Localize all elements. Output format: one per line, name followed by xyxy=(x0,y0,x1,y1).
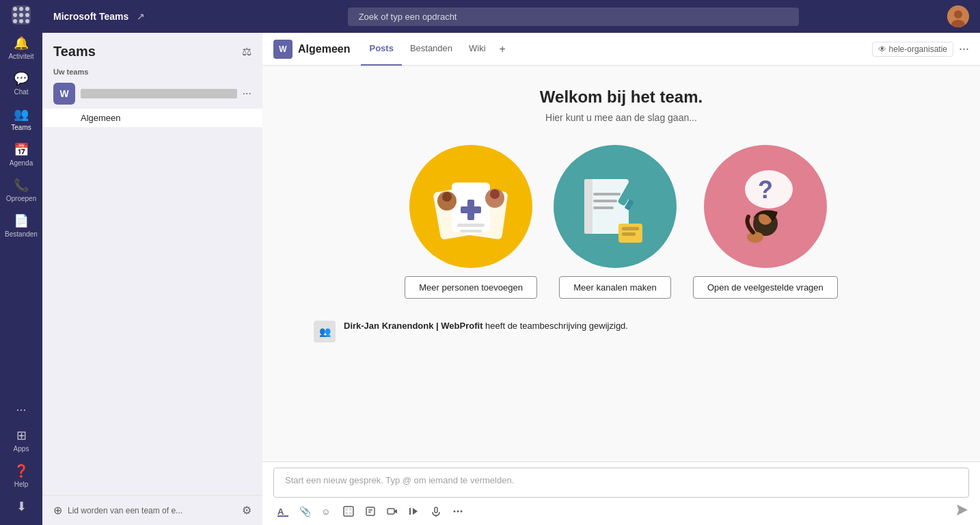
format-tool[interactable]: A xyxy=(273,502,292,521)
svg-marker-43 xyxy=(413,508,418,515)
activity-actor: Dirk-Jan Kranendonk | WebProfit xyxy=(344,321,482,331)
more-icon: ··· xyxy=(16,403,26,417)
compose-toolbar: A 📎 ☺ xyxy=(273,498,969,522)
channel-header-name: Algemeen xyxy=(298,43,350,55)
svg-point-11 xyxy=(490,189,500,199)
tab-wiki[interactable]: Wiki xyxy=(461,33,494,66)
svg-rect-17 xyxy=(593,200,617,202)
svg-rect-36 xyxy=(345,512,348,515)
add-channels-button[interactable]: Meer kanalen maken xyxy=(559,276,670,299)
add-team-button[interactable]: Lid worden van een team of e... xyxy=(68,506,236,515)
sidebar-item-agenda[interactable]: 📅 Agenda xyxy=(0,137,42,172)
sidebar-header: Teams ⚖ xyxy=(42,33,262,65)
add-people-button[interactable]: Meer personen toevoegen xyxy=(405,276,537,299)
sidebar-item-help[interactable]: ❓ Help xyxy=(0,458,42,494)
send-button[interactable] xyxy=(955,503,969,520)
agenda-icon: 📅 xyxy=(14,142,29,157)
share-tool[interactable] xyxy=(405,502,424,521)
faq-button[interactable]: Open de veelgestelde vragen xyxy=(693,276,838,299)
activity-action: heeft de teambeschrijving gewijzigd. xyxy=(485,321,628,331)
activity-log: 👥 Dirk-Jan Kranendonk | WebProfit heeft … xyxy=(314,321,929,342)
settings-icon[interactable]: ⚙ xyxy=(242,504,251,517)
add-tab-button[interactable]: + xyxy=(494,33,511,66)
app-title: Microsoft Teams xyxy=(53,11,128,22)
add-people-card: Meer personen toevoegen xyxy=(405,145,537,299)
sidebar-item-apps[interactable]: ⊞ Apps xyxy=(0,422,42,458)
sidebar-item-bestanden[interactable]: 📄 Bestanden xyxy=(0,208,42,243)
svg-rect-41 xyxy=(387,509,394,514)
sidebar-item-more[interactable]: ··· xyxy=(0,397,42,422)
giphy-tool[interactable] xyxy=(339,502,358,521)
teams-sidebar: Microsoft Teams ↗ Teams ⚖ Uw teams W ···… xyxy=(42,0,262,525)
sidebar-item-download[interactable]: ⬇ xyxy=(0,494,42,520)
user-avatar[interactable] xyxy=(947,5,969,27)
compose-placeholder: Start een nieuw gesprek. Typ @ om iemand… xyxy=(285,475,514,485)
download-icon: ⬇ xyxy=(16,499,27,514)
main-content: Zoek of typ een opdracht W Algemeen Post… xyxy=(262,0,980,525)
compose-input[interactable]: Start een nieuw gesprek. Typ @ om iemand… xyxy=(273,468,969,498)
audio-tool[interactable] xyxy=(426,502,446,521)
channel-team-avatar: W xyxy=(273,40,292,59)
svg-marker-50 xyxy=(957,504,968,515)
emoji-tool[interactable]: ☺ xyxy=(317,502,336,521)
team-list-item[interactable]: W ··· xyxy=(42,79,262,109)
channel-name: Algemeen xyxy=(81,113,121,123)
svg-rect-22 xyxy=(622,227,639,230)
add-team-icon[interactable]: ⊕ xyxy=(53,504,62,517)
tab-bestanden[interactable]: Bestanden xyxy=(402,33,461,66)
faq-card: ? Open de veelgestelde vragen xyxy=(693,145,838,299)
channel-header: W Algemeen Posts Bestanden Wiki + 👁 hele… xyxy=(262,33,980,66)
team-more-button[interactable]: ··· xyxy=(243,88,251,100)
sidebar-footer: ⊕ Lid worden van een team of e... ⚙ xyxy=(42,495,262,525)
add-channels-illustration xyxy=(554,145,677,268)
svg-rect-7 xyxy=(461,206,481,213)
svg-rect-16 xyxy=(593,193,621,196)
sidebar-section-label: Uw teams xyxy=(42,65,262,79)
svg-rect-15 xyxy=(584,179,593,234)
add-people-illustration xyxy=(409,145,532,268)
svg-point-48 xyxy=(457,511,459,513)
svg-point-1 xyxy=(954,10,962,18)
faq-illustration: ? xyxy=(704,145,827,268)
bestanden-icon: 📄 xyxy=(14,213,29,228)
video-tool[interactable] xyxy=(383,502,402,521)
org-badge[interactable]: 👁 hele-organisatie xyxy=(872,42,953,57)
sidebar-item-activiteit[interactable]: 🔔 Activiteit xyxy=(0,30,42,66)
team-name xyxy=(81,89,237,98)
app-launcher-button[interactable] xyxy=(12,5,31,25)
svg-text:A: A xyxy=(277,507,284,517)
channel-more-options[interactable]: ··· xyxy=(959,42,969,56)
attach-tool[interactable]: 📎 xyxy=(295,502,314,521)
sidebar-item-oproepen[interactable]: 📞 Oproepen xyxy=(0,172,42,208)
search-bar[interactable]: Zoek of typ een opdracht xyxy=(348,8,799,26)
svg-text:☺: ☺ xyxy=(321,507,330,517)
svg-point-28 xyxy=(747,232,763,243)
sticker-tool[interactable] xyxy=(361,502,380,521)
teams-icon: 👥 xyxy=(14,107,29,122)
activity-text: Dirk-Jan Kranendonk | WebProfit heeft de… xyxy=(344,321,628,331)
svg-rect-23 xyxy=(622,232,636,236)
svg-text:?: ? xyxy=(758,176,773,204)
chat-icon: 💬 xyxy=(14,71,29,86)
svg-text:📎: 📎 xyxy=(299,506,310,517)
apps-icon: ⊞ xyxy=(16,428,27,443)
sidebar-item-chat[interactable]: 💬 Chat xyxy=(0,66,42,101)
search-placeholder: Zoek of typ een opdracht xyxy=(359,12,457,22)
tab-posts[interactable]: Posts xyxy=(361,33,401,66)
svg-point-9 xyxy=(442,192,452,202)
action-cards: Meer personen toevoegen xyxy=(405,145,838,299)
add-channels-card: Meer kanalen maken xyxy=(554,145,677,299)
svg-rect-35 xyxy=(349,508,352,511)
more-tools-button[interactable] xyxy=(448,502,467,521)
activiteit-icon: 🔔 xyxy=(14,36,29,51)
svg-rect-37 xyxy=(349,512,352,515)
svg-rect-38 xyxy=(366,507,375,515)
feed-area: Welkom bij het team. Hier kunt u mee aan… xyxy=(262,66,980,461)
expand-icon[interactable]: ↗ xyxy=(137,11,145,22)
svg-rect-34 xyxy=(345,508,348,511)
filter-icon[interactable]: ⚖ xyxy=(242,45,251,58)
sidebar-item-teams[interactable]: 👥 Teams xyxy=(0,101,42,137)
svg-point-49 xyxy=(461,511,463,513)
channel-list-item[interactable]: Algemeen xyxy=(42,109,262,127)
channel-tabs: Posts Bestanden Wiki + xyxy=(361,33,511,66)
